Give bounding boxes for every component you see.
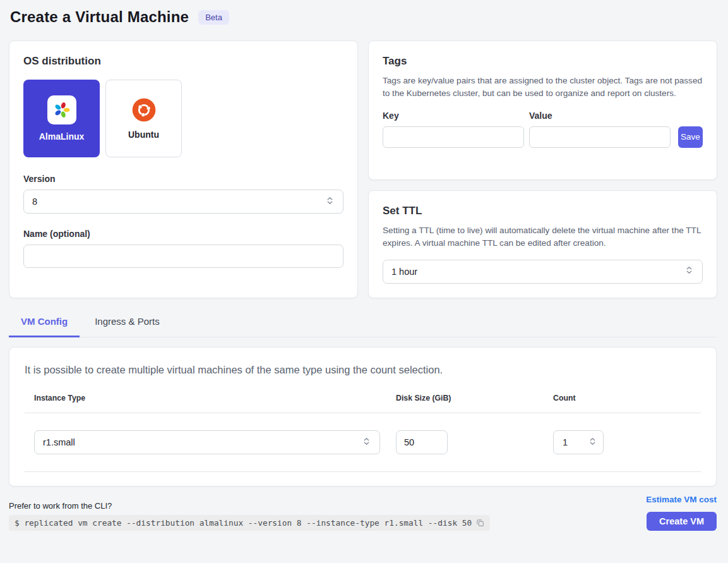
instance-type-select[interactable]: r1.small: [34, 430, 380, 454]
tags-description: Tags are key/value pairs that are assign…: [383, 75, 703, 100]
save-tag-button[interactable]: Save: [678, 126, 703, 148]
ttl-card-title: Set TTL: [383, 205, 703, 217]
disk-size-input[interactable]: [396, 430, 448, 454]
create-vm-page: Create a Virtual Machine Beta OS distrib…: [0, 0, 728, 531]
ubuntu-logo-icon: [131, 97, 157, 123]
create-vm-button[interactable]: Create VM: [647, 512, 717, 531]
page-header: Create a Virtual Machine Beta: [9, 8, 717, 26]
tab-vm-config[interactable]: VM Config: [9, 315, 80, 337]
column-header-disk-size: Disk Size (GiB): [390, 394, 552, 403]
set-ttl-card: Set TTL Setting a TTL (time to live) wil…: [368, 190, 717, 298]
os-option-almalinux[interactable]: AlmaLinux: [23, 80, 100, 157]
instance-type-value: r1.small: [43, 437, 362, 447]
footer-actions: Estimate VM cost Create VM: [646, 495, 717, 531]
cli-command-box: $ replicated vm create --distribution al…: [9, 515, 490, 531]
version-select[interactable]: 8: [23, 190, 343, 214]
os-option-ubuntu[interactable]: Ubuntu: [105, 80, 182, 157]
ttl-select-value: 1 hour: [391, 267, 684, 277]
tag-value-field: Value: [529, 111, 671, 148]
column-header-count: Count: [552, 394, 701, 403]
ttl-description: Setting a TTL (time to live) will automa…: [383, 224, 703, 250]
chevron-updown-icon: [684, 265, 694, 277]
copy-icon[interactable]: [476, 519, 484, 527]
chevron-updown-icon: [325, 196, 335, 208]
table-row: r1.small 1: [25, 413, 701, 471]
name-label: Name (optional): [23, 229, 343, 239]
cli-prompt: Prefer to work from the CLI?: [9, 501, 490, 511]
cli-block: Prefer to work from the CLI? $ replicate…: [9, 501, 490, 531]
os-option-label: AlmaLinux: [39, 131, 85, 142]
chevron-updown-icon: [362, 437, 371, 449]
tag-value-input[interactable]: [529, 126, 671, 148]
page-title: Create a Virtual Machine: [10, 8, 189, 26]
column-header-instance-type: Instance Type: [25, 394, 390, 403]
estimate-vm-cost-link[interactable]: Estimate VM cost: [646, 495, 717, 504]
chevron-updown-icon: [588, 437, 597, 449]
instance-table: Instance Type Disk Size (GiB) Count r1.s…: [25, 394, 701, 472]
page-footer: Prefer to work from the CLI? $ replicate…: [9, 495, 717, 531]
tag-value-label: Value: [529, 111, 671, 121]
vm-config-card: It is possible to create multiple virtua…: [9, 347, 717, 487]
tags-card-title: Tags: [383, 55, 703, 68]
os-distribution-card: OS distribution: [9, 40, 358, 298]
version-label: Version: [23, 174, 343, 184]
cli-command-text: $ replicated vm create --distribution al…: [15, 518, 472, 528]
count-value: 1: [563, 437, 588, 447]
tab-ingress-ports[interactable]: Ingress & Ports: [80, 315, 175, 337]
beta-badge: Beta: [198, 10, 229, 25]
ttl-select[interactable]: 1 hour: [383, 260, 703, 284]
os-card-title: OS distribution: [23, 55, 343, 68]
tags-card: Tags Tags are key/value pairs that are a…: [368, 40, 717, 180]
vm-config-intro: It is possible to create multiple virtua…: [25, 364, 701, 376]
os-option-label: Ubuntu: [128, 130, 159, 140]
almalinux-logo-icon: [47, 95, 76, 124]
tag-key-input[interactable]: [383, 126, 524, 148]
table-divider: [25, 471, 701, 472]
version-select-value: 8: [32, 197, 325, 207]
tag-key-label: Key: [383, 111, 524, 121]
tab-bar: VM Config Ingress & Ports: [9, 315, 717, 337]
table-header-row: Instance Type Disk Size (GiB) Count: [25, 394, 701, 403]
name-input[interactable]: [23, 245, 343, 268]
tag-key-field: Key: [383, 111, 524, 148]
os-options: AlmaLinux Ubuntu: [23, 80, 343, 157]
count-stepper[interactable]: 1: [553, 430, 604, 454]
